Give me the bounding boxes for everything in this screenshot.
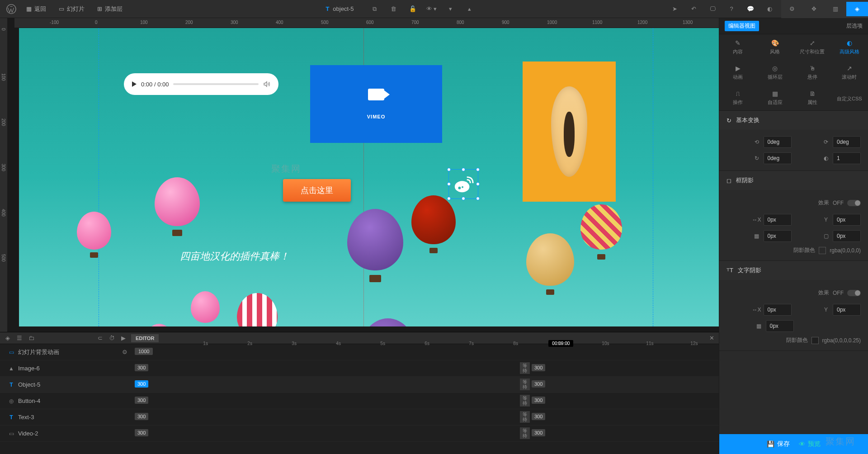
timeline-row[interactable]: ▭Video-2300等 待300 [0, 426, 719, 442]
shadow-color-swatch[interactable] [819, 247, 826, 254]
preview-button[interactable]: 👁 预览 [799, 440, 821, 448]
play-timeline-icon[interactable]: ▶ [119, 331, 127, 345]
play-icon[interactable] [132, 81, 137, 87]
layers-icon[interactable]: ◈ [4, 331, 12, 345]
panel-icon[interactable]: ▥ [825, 2, 846, 16]
prop-tab-滚动时[interactable]: ↗滚动时 [831, 60, 868, 85]
wait-chip[interactable]: 等 待 [520, 362, 530, 374]
video-layer[interactable]: VIMEO [310, 65, 442, 143]
wait-chip[interactable]: 等 待 [520, 411, 530, 423]
back-button[interactable]: ▦ 返回 [23, 2, 50, 16]
close-timeline-icon[interactable]: ✕ [705, 335, 719, 341]
text-shadow-blur-input[interactable] [766, 320, 794, 332]
section-transform[interactable]: ↻ 基本变换 [719, 111, 868, 130]
canvas[interactable]: 0:00 / 0:00 VIMEO 点击这里 [7, 28, 719, 332]
text-shadow-x-input[interactable] [764, 304, 792, 316]
hierarchy-icon[interactable]: ☰ [15, 331, 24, 345]
in-duration-chip[interactable]: 300 [135, 413, 148, 420]
chat-icon[interactable]: 💬 [743, 2, 758, 16]
selection-handles[interactable] [448, 169, 478, 199]
rotate-y-input[interactable] [833, 136, 861, 148]
save-button[interactable]: 💾 保存 [767, 440, 790, 448]
out-duration-chip[interactable]: 300 [532, 364, 545, 371]
button-layer[interactable]: 点击这里 [283, 179, 351, 202]
timeline-mode-label[interactable]: EDITOR [131, 334, 159, 342]
wait-chip[interactable]: 等 待 [520, 427, 530, 439]
snap-icon[interactable]: ⊂ [96, 331, 104, 345]
rotate-z-input[interactable] [764, 152, 792, 164]
in-duration-chip[interactable]: 300 [135, 397, 148, 404]
audio-layer[interactable]: 0:00 / 0:00 [124, 73, 278, 95]
timeline-row[interactable]: ◎Button-4300等 待300 [0, 393, 719, 409]
help-icon[interactable]: ? [724, 2, 739, 16]
audio-progress[interactable] [173, 83, 259, 85]
out-duration-chip[interactable]: 300 [532, 429, 545, 436]
prop-tab-操作[interactable]: ⎍操作 [719, 85, 756, 110]
monitor-icon[interactable]: 🖵 [705, 2, 720, 16]
wordpress-logo[interactable] [5, 3, 17, 15]
pointer-icon[interactable]: ➤ [667, 2, 682, 16]
prop-tab-内容[interactable]: ✎内容 [719, 34, 756, 60]
undo-icon[interactable]: ↶ [686, 2, 701, 16]
scale-input[interactable] [833, 152, 861, 164]
settings-icon[interactable]: ⚙ [122, 349, 127, 355]
image-type-icon: ▲ [8, 365, 14, 372]
prop-tab-动画[interactable]: ▶动画 [719, 60, 756, 85]
shadow-blur-input[interactable] [764, 230, 792, 242]
stopwatch-icon[interactable]: ⏱ [108, 331, 116, 345]
prop-tab-属性[interactable]: 🗎属性 [794, 85, 831, 110]
text-shadow-color-swatch[interactable] [811, 337, 819, 344]
out-duration-chip[interactable]: 300 [532, 397, 545, 404]
wait-chip[interactable]: 等 待 [520, 378, 530, 390]
in-duration-chip[interactable]: 300 [135, 429, 148, 436]
delete-icon[interactable]: 🗑 [387, 2, 401, 16]
prop-tab-自定义CSS[interactable]: 自定义CSS [831, 85, 868, 110]
slides-button[interactable]: ▭ 幻灯片 [55, 2, 88, 16]
prop-label: 动画 [733, 74, 743, 80]
shadow-x-input[interactable] [764, 214, 792, 226]
prop-tab-自适应[interactable]: ▦自适应 [756, 85, 793, 110]
section-box-shadow[interactable]: ◻ 框阴影 [719, 171, 868, 190]
timeline-row[interactable]: TText-3300等 待300 [0, 409, 719, 426]
visibility-icon[interactable]: 👁 ▾ [425, 2, 439, 16]
box-shadow-toggle[interactable] [847, 200, 861, 206]
prop-tab-风格[interactable]: 🎨风格 [756, 34, 793, 60]
shadow-y-input[interactable] [833, 214, 861, 226]
out-duration-chip[interactable]: 300 [532, 380, 545, 388]
in-duration-chip[interactable]: 300 [135, 364, 148, 371]
settings-icon[interactable]: ⚙ [781, 2, 803, 16]
prop-tab-高级风格[interactable]: ◐高级风格 [831, 34, 868, 60]
section-text-shadow[interactable]: ⸆T 文字阴影 [719, 261, 868, 280]
object-name-label: object-5 [333, 5, 354, 12]
rotate-x-input[interactable] [764, 136, 792, 148]
in-duration-chip[interactable]: 300 [135, 380, 148, 388]
lock-icon[interactable]: 🔓 [406, 2, 420, 16]
timeline-row[interactable]: ▲Image-6300等 待300 [0, 360, 719, 377]
duration-chip[interactable]: 1000 [135, 348, 153, 355]
contrast-icon[interactable]: ◐ [762, 2, 777, 16]
text-shadow-y-input[interactable] [833, 304, 861, 316]
wait-chip[interactable]: 等 待 [520, 395, 530, 407]
volume-icon[interactable] [263, 80, 270, 88]
folder-icon[interactable]: 🗀 [27, 331, 35, 345]
timeline-row-background[interactable]: ▭幻灯片背景动画⚙1000 [0, 344, 719, 360]
guide-right[interactable] [653, 28, 653, 326]
navigation-icon[interactable]: ✥ [803, 2, 825, 16]
prop-tab-悬停[interactable]: 🖱悬停 [794, 60, 831, 85]
out-duration-chip[interactable]: 300 [532, 413, 545, 420]
tab-editor-view[interactable]: 编辑器视图 [725, 21, 759, 31]
text-layer[interactable]: 四亩地汉化的插件真棒！ [180, 250, 289, 263]
guide-left[interactable] [99, 28, 99, 326]
add-layer-button[interactable]: ⊞ 添加层 [94, 2, 126, 16]
text-shadow-toggle[interactable] [847, 290, 861, 296]
tab-layer-options[interactable]: 层选项 [846, 22, 863, 30]
prop-tab-尺寸和位置[interactable]: ⤢尺寸和位置 [794, 34, 831, 60]
image-layer[interactable] [523, 61, 616, 202]
layers-panel-icon[interactable]: ◈ [846, 2, 868, 16]
prop-tab-循环层[interactable]: ◎循环层 [756, 60, 793, 85]
move-up-icon[interactable]: ▴ [462, 2, 477, 16]
duplicate-icon[interactable]: ⧉ [368, 2, 382, 16]
timeline-row[interactable]: TObject-5300等 待300 [0, 377, 719, 393]
move-down-icon[interactable]: ▾ [443, 2, 458, 16]
shadow-spread-input[interactable] [833, 230, 861, 242]
